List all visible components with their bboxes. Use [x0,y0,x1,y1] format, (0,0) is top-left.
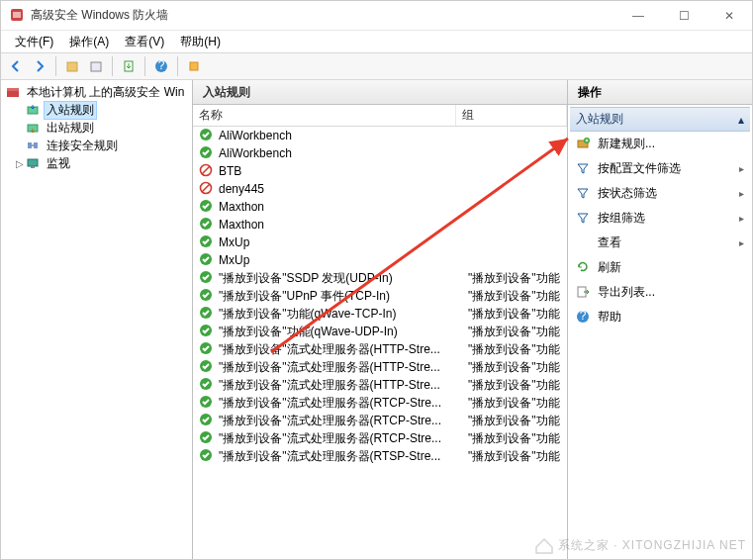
action-new-rule[interactable]: 新建规则... [570,132,750,156]
menu-view[interactable]: 查看(V) [117,32,172,52]
rule-name: "播放到设备"UPnP 事件(TCP-In) [219,288,468,305]
chevron-right-icon: ▸ [739,188,744,199]
rule-row[interactable]: "播放到设备"流式处理服务器(HTTP-Stre..."播放到设备"功能 [193,358,567,376]
tb-refresh-button[interactable] [183,55,205,77]
rule-name: "播放到设备"SSDP 发现(UDP-In) [219,270,468,287]
menu-file[interactable]: 文件(F) [7,32,61,52]
svg-rect-7 [190,62,198,70]
action-export[interactable]: 导出列表... [570,280,750,305]
allow-icon [199,270,215,286]
allow-icon [199,145,215,161]
rule-name: "播放到设备"功能(qWave-UDP-In) [219,324,468,340]
allow-icon [199,234,215,250]
rule-row[interactable]: "播放到设备"流式处理服务器(RTCP-Stre..."播放到设备"功能 [193,394,567,412]
chevron-right-icon: ▸ [739,237,744,248]
filter-icon [576,161,592,177]
allow-icon [199,395,215,411]
rule-row[interactable]: "播放到设备"功能(qWave-TCP-In)"播放到设备"功能 [193,305,567,323]
maximize-button[interactable]: ☐ [661,1,706,31]
rule-group: "播放到设备"功能 [468,270,567,287]
rule-row[interactable]: "播放到设备"流式处理服务器(RTSP-Stre..."播放到设备"功能 [193,447,567,465]
rule-name: AliWorkbench [219,146,468,160]
collapse-icon[interactable]: ▴ [738,113,744,127]
svg-line-21 [202,184,210,192]
tb-help-button[interactable]: ? [150,55,172,77]
action-filter-state[interactable]: 按状态筛选 ▸ [570,181,750,206]
monitor-icon [25,155,41,171]
tree-monitor[interactable]: ▷ 监视 [1,154,192,172]
tree-inbound-rules[interactable]: 入站规则 [1,101,192,119]
rule-row[interactable]: "播放到设备"SSDP 发现(UDP-In)"播放到设备"功能 [193,269,567,287]
rule-row[interactable]: deny445 [193,180,567,198]
allow-icon [199,306,215,322]
rule-row[interactable]: "播放到设备"流式处理服务器(HTTP-Stre..."播放到设备"功能 [193,340,567,358]
menu-operation[interactable]: 操作(A) [61,32,117,52]
rule-row[interactable]: Maxthon [193,216,567,233]
tb-print-button[interactable] [85,55,107,77]
toolbar-separator [55,56,56,76]
rule-row[interactable]: "播放到设备"功能(qWave-UDP-In)"播放到设备"功能 [193,323,567,340]
action-filter-profile[interactable]: 按配置文件筛选 ▸ [570,156,750,181]
rule-row[interactable]: "播放到设备"流式处理服务器(RTCP-Stre..."播放到设备"功能 [193,429,567,447]
refresh-icon [576,260,592,276]
allow-icon [199,430,215,446]
rule-name: "播放到设备"功能(qWave-TCP-In) [219,306,468,323]
svg-rect-9 [7,88,19,91]
toolbar-separator [144,56,145,76]
expand-icon[interactable]: ▷ [15,158,25,169]
rule-row[interactable]: BTB [193,162,567,180]
block-icon [199,181,215,197]
connsec-icon [25,138,41,153]
firewall-icon [5,84,21,100]
allow-icon [199,324,215,339]
rule-group: "播放到设备"功能 [468,306,567,323]
allow-icon [199,448,215,464]
allow-icon [199,252,215,268]
filter-icon [576,211,592,227]
nav-forward-button[interactable] [29,55,50,77]
rule-group: "播放到设备"功能 [468,413,567,429]
watermark: 系统之家 · XITONGZHIJIA NET [534,535,746,555]
export-icon [576,285,592,301]
rule-name: MxUp [219,235,468,249]
rule-row[interactable]: "播放到设备"流式处理服务器(HTTP-Stre..."播放到设备"功能 [193,376,567,394]
action-group-title[interactable]: 入站规则 ▴ [570,107,750,132]
minimize-button[interactable]: — [615,1,661,31]
rule-name: AliWorkbench [219,129,468,142]
tree-connection-security[interactable]: 连接安全规则 [1,137,192,154]
rule-row[interactable]: MxUp [193,233,567,251]
nav-back-button[interactable] [5,55,27,77]
menu-help[interactable]: 帮助(H) [172,32,229,52]
rule-list[interactable]: AliWorkbenchAliWorkbenchBTBdeny445Maxtho… [193,127,567,560]
tb-up-button[interactable] [61,55,83,77]
allow-icon [199,199,215,215]
rule-row[interactable]: MxUp [193,251,567,269]
allow-icon [199,413,215,428]
tree-root[interactable]: 本地计算机 上的高级安全 Win [1,83,192,101]
tree-pane: 本地计算机 上的高级安全 Win 入站规则 出站规则 连接安全规则 ▷ 监视 [1,80,193,560]
column-name[interactable]: 名称 [193,105,456,126]
chevron-right-icon: ▸ [739,213,744,224]
help-icon: ? [576,310,592,326]
rule-row[interactable]: "播放到设备"UPnP 事件(TCP-In)"播放到设备"功能 [193,287,567,305]
allow-icon [199,359,215,375]
rule-row[interactable]: Maxthon [193,198,567,216]
svg-rect-15 [31,166,35,168]
rule-name: Maxthon [219,200,468,214]
rule-row[interactable]: "播放到设备"流式处理服务器(RTCP-Stre..."播放到设备"功能 [193,412,567,429]
action-view[interactable]: 查看 ▸ [570,231,750,255]
rule-name: "播放到设备"流式处理服务器(RTCP-Stre... [219,413,468,429]
rule-group: "播放到设备"功能 [468,359,567,376]
action-refresh[interactable]: 刷新 [570,255,750,280]
tree-outbound-rules[interactable]: 出站规则 [1,119,192,137]
action-help[interactable]: ? 帮助 [570,305,750,329]
close-button[interactable]: ✕ [706,1,752,31]
rule-row[interactable]: AliWorkbench [193,127,567,144]
allow-icon [199,341,215,357]
tb-export-button[interactable] [118,55,140,77]
action-filter-group[interactable]: 按组筛选 ▸ [570,206,750,231]
column-group[interactable]: 组 [456,105,567,126]
rule-group: "播放到设备"功能 [468,448,567,465]
rule-row[interactable]: AliWorkbench [193,144,567,162]
rule-group: "播放到设备"功能 [468,430,567,447]
